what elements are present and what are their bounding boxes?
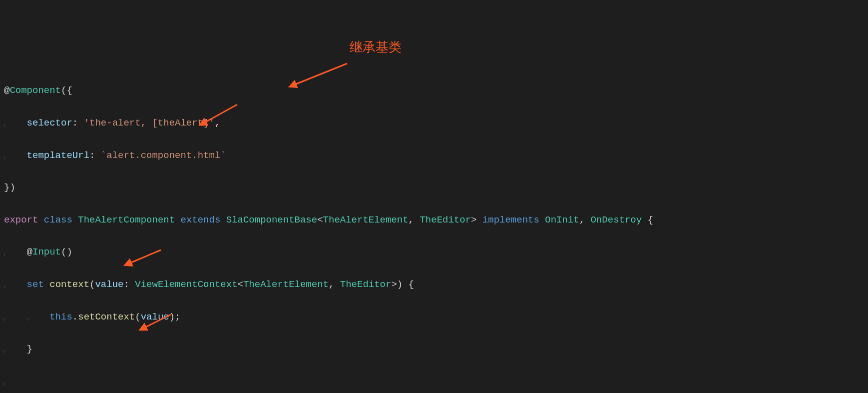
code-line[interactable]: @Component({	[4, 82, 864, 98]
generic-type: TheAlertElement	[243, 279, 329, 290]
annotation-text: 继承基类	[350, 36, 402, 58]
generic-type: TheEditor	[340, 279, 392, 290]
code-line[interactable]: @Input()	[4, 244, 864, 260]
code-editor[interactable]: @Component({ selector: 'the-alert, [theA…	[4, 66, 864, 393]
type-name: ViewElementContext	[135, 279, 237, 290]
code-line[interactable]: this.setContext(value);	[4, 309, 864, 325]
code-line[interactable]: set context(value: ViewElementContext<Th…	[4, 276, 864, 292]
code-line[interactable]	[4, 374, 864, 390]
object-key: templateUrl	[27, 150, 89, 161]
base-class-name: SlaComponentBase	[226, 214, 317, 226]
keyword-extends: extends	[181, 214, 221, 226]
method-name: setContext	[78, 312, 135, 322]
string-literal: 'the-alert, [theAlert]'	[84, 118, 215, 128]
decorator-name: Input	[32, 246, 61, 258]
interface-name: OnInit	[545, 214, 579, 226]
code-line[interactable]: export class TheAlertComponent extends S…	[4, 212, 864, 228]
keyword-implements: implements	[482, 214, 539, 226]
keyword-set: set	[27, 279, 44, 290]
code-line[interactable]: selector: 'the-alert, [theAlert]',	[4, 115, 864, 131]
keyword-class: class	[44, 214, 72, 226]
parameter: value	[95, 279, 123, 290]
setter-name: context	[49, 279, 89, 290]
string-literal: `alert.component.html`	[101, 150, 226, 161]
code-line[interactable]: templateUrl: `alert.component.html`	[4, 148, 864, 164]
interface-name: OnDestroy	[591, 214, 642, 226]
code-line[interactable]: }	[4, 341, 864, 357]
generic-type: TheAlertElement	[323, 214, 409, 226]
keyword-this: this	[49, 312, 72, 322]
keyword-export: export	[4, 214, 38, 226]
code-line[interactable]: })	[4, 180, 864, 196]
object-key: selector	[27, 118, 72, 128]
decorator-at: @	[27, 246, 32, 258]
decorator-name: Component	[9, 85, 61, 96]
variable: value	[141, 312, 169, 322]
generic-type: TheEditor	[420, 214, 471, 226]
decorator-at: @	[4, 85, 9, 96]
class-name: TheAlertComponent	[78, 214, 175, 226]
